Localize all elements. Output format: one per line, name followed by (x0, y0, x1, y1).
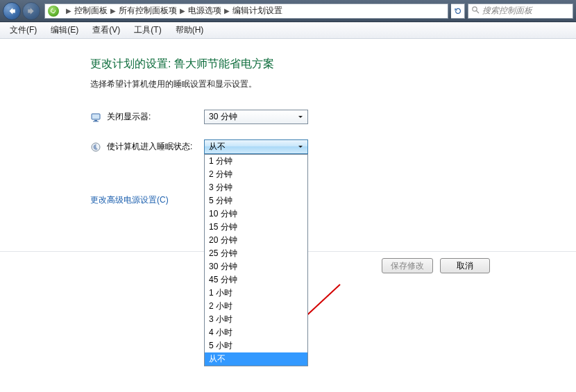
breadcrumb-item[interactable]: 控制面板 (74, 5, 108, 17)
menu-view[interactable]: 查看(V) (85, 22, 127, 38)
save-button[interactable]: 保存修改 (382, 258, 433, 273)
sleep-option[interactable]: 20 分钟 (205, 234, 307, 247)
sleep-option[interactable]: 25 分钟 (205, 247, 307, 260)
breadcrumb-item[interactable]: 所有控制面板项 (119, 5, 177, 17)
svg-rect-3 (94, 120, 97, 121)
menu-edit[interactable]: 编辑(E) (44, 22, 85, 38)
advanced-power-settings-link[interactable]: 更改高级电源设置(C) (90, 194, 169, 206)
breadcrumb-item[interactable]: 电源选项 (188, 5, 221, 17)
sleep-option[interactable]: 2 分钟 (205, 168, 307, 181)
chevron-down-icon (295, 111, 306, 123)
search-placeholder: 搜索控制面板 (482, 5, 532, 17)
sleep-dropdown: 1 分钟2 分钟3 分钟5 分钟10 分钟15 分钟20 分钟25 分钟30 分… (204, 154, 308, 366)
sleep-option[interactable]: 30 分钟 (205, 260, 307, 273)
sleep-select[interactable]: 从不 1 分钟2 分钟3 分钟5 分钟10 分钟15 分钟20 分钟25 分钟3… (204, 139, 308, 154)
monitor-icon (90, 112, 101, 123)
search-icon (471, 6, 480, 16)
sleep-option[interactable]: 10 分钟 (205, 207, 307, 221)
arrow-left-icon (8, 7, 16, 15)
moon-icon (90, 142, 101, 153)
chevron-right-icon: ▶ (66, 7, 71, 15)
sleep-option[interactable]: 3 小时 (205, 313, 307, 326)
display-off-value: 30 分钟 (209, 111, 237, 123)
nav-bar: ▶ 控制面板 ▶ 所有控制面板项 ▶ 电源选项 ▶ 编辑计划设置 搜索控制面板 (0, 0, 576, 22)
address-bar[interactable]: ▶ 控制面板 ▶ 所有控制面板项 ▶ 电源选项 ▶ 编辑计划设置 (44, 3, 448, 19)
chevron-right-icon: ▶ (110, 7, 116, 15)
chevron-right-icon: ▶ (180, 7, 185, 15)
setting-display-off: 关闭显示器: 30 分钟 (90, 110, 576, 124)
display-off-select[interactable]: 30 分钟 (204, 110, 308, 124)
back-button[interactable] (3, 2, 21, 20)
sleep-option[interactable]: 1 分钟 (205, 155, 307, 168)
refresh-button[interactable] (451, 3, 465, 19)
sleep-option[interactable]: 1 小时 (205, 287, 307, 300)
sleep-option[interactable]: 从不 (205, 352, 307, 366)
chevron-down-icon (295, 141, 306, 153)
cancel-button[interactable]: 取消 (440, 258, 490, 273)
menu-help[interactable]: 帮助(H) (169, 22, 211, 38)
setting-sleep: 使计算机进入睡眠状态: 从不 1 分钟2 分钟3 分钟5 分钟10 分钟15 分… (90, 139, 576, 154)
sleep-option[interactable]: 2 小时 (205, 300, 307, 313)
menu-tools[interactable]: 工具(T) (127, 22, 168, 38)
svg-rect-4 (93, 121, 99, 121)
menu-file[interactable]: 文件(F) (3, 22, 44, 38)
forward-button[interactable] (22, 2, 40, 20)
control-panel-icon (48, 6, 59, 17)
page-title: 更改计划的设置: 鲁大师节能省电方案 (90, 57, 576, 71)
content-area: 更改计划的设置: 鲁大师节能省电方案 选择希望计算机使用的睡眠设置和显示设置。 … (0, 39, 576, 206)
sleep-option[interactable]: 5 分钟 (205, 194, 307, 207)
menu-bar: 文件(F) 编辑(E) 查看(V) 工具(T) 帮助(H) (0, 22, 576, 39)
sleep-option[interactable]: 4 小时 (205, 326, 307, 339)
breadcrumb-item[interactable]: 编辑计划设置 (232, 5, 282, 17)
svg-line-1 (477, 11, 480, 14)
search-input[interactable]: 搜索控制面板 (468, 3, 573, 19)
sleep-value: 从不 (209, 141, 226, 153)
sleep-option[interactable]: 45 分钟 (205, 273, 307, 287)
chevron-right-icon: ▶ (224, 7, 230, 15)
sleep-label: 使计算机进入睡眠状态: (107, 141, 204, 153)
page-description: 选择希望计算机使用的睡眠设置和显示设置。 (90, 78, 576, 90)
svg-point-0 (473, 7, 477, 11)
arrow-right-icon (27, 7, 35, 15)
svg-rect-2 (92, 114, 100, 119)
sleep-option[interactable]: 5 小时 (205, 339, 307, 352)
display-off-label: 关闭显示器: (107, 111, 204, 123)
refresh-icon (454, 7, 462, 15)
sleep-option[interactable]: 15 分钟 (205, 221, 307, 234)
sleep-option[interactable]: 3 分钟 (205, 181, 307, 194)
